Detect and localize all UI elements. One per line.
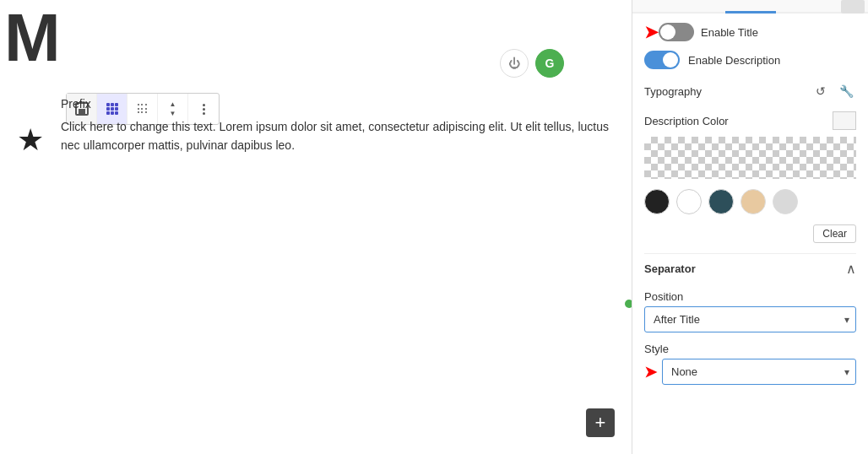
typography-actions: ↺ 🔧 <box>811 81 856 101</box>
swatch-white[interactable] <box>676 189 702 214</box>
edit-icon: 🔧 <box>839 84 854 98</box>
swatch-black[interactable] <box>644 189 670 214</box>
separator-section-header[interactable]: Separator ∧ <box>644 253 856 284</box>
position-label: Position <box>644 290 856 303</box>
style-select-wrapper: None Solid Dashed Dotted ▾ <box>662 359 856 385</box>
reset-icon: ↺ <box>816 84 826 98</box>
description-color-preview[interactable] <box>833 111 856 130</box>
red-arrow-title: ➤ <box>644 22 659 42</box>
style-field-with-arrow: ➤ None Solid Dashed Dotted ▾ <box>644 359 856 385</box>
power-button[interactable]: ⏻ <box>500 49 529 78</box>
teal-dot <box>625 300 632 308</box>
color-swatches <box>644 186 856 218</box>
separator-title: Separator <box>644 262 696 275</box>
color-picker-area[interactable] <box>644 137 856 179</box>
enable-description-toggle[interactable] <box>644 51 680 69</box>
description-color-row: Description Color <box>644 111 856 130</box>
description-color-label: Description Color <box>644 115 729 127</box>
g-icon: G <box>545 57 555 70</box>
floating-buttons: ⏻ G <box>500 49 564 78</box>
enable-title-label: Enable Title <box>701 26 758 39</box>
clear-button[interactable]: Clear <box>813 224 856 243</box>
position-select[interactable]: After Title Before Title After Descripti… <box>644 306 856 332</box>
add-button[interactable]: + <box>586 408 615 437</box>
red-arrow-style: ➤ <box>644 363 657 381</box>
tab-bar <box>632 0 868 14</box>
grammarly-button[interactable]: G <box>535 49 564 78</box>
checker-background <box>644 137 856 179</box>
enable-description-row: Enable Description <box>644 51 856 69</box>
typography-row: Typography ↺ 🔧 <box>644 78 856 105</box>
position-select-wrapper: After Title Before Title After Descripti… <box>644 306 856 332</box>
star-icon: ★ <box>17 122 44 158</box>
style-field-group: Style ➤ None Solid Dashed Dotted ▾ <box>644 343 856 385</box>
tab-extra-button[interactable] <box>841 0 865 14</box>
left-panel: M ▲ <box>0 0 632 454</box>
toggle-knob <box>660 24 675 40</box>
enable-title-row: ➤ Enable Title <box>644 22 856 42</box>
enable-description-label: Enable Description <box>688 54 780 67</box>
power-icon: ⏻ <box>508 57 520 70</box>
description-text[interactable]: Click here to change this text. Lorem ip… <box>61 117 615 155</box>
typography-reset-button[interactable]: ↺ <box>811 81 831 101</box>
swatch-dark-teal[interactable] <box>708 189 734 214</box>
right-panel: ➤ Enable Title Enable Description Typogr… <box>632 0 868 454</box>
panel-content: ➤ Enable Title Enable Description Typogr… <box>632 14 868 454</box>
position-field-group: Position After Title Before Title After … <box>644 290 856 332</box>
style-label: Style <box>644 343 856 355</box>
prefix-label: Prefix <box>61 97 615 111</box>
swatch-peach[interactable] <box>741 189 766 214</box>
enable-title-toggle[interactable] <box>659 23 694 41</box>
typography-label: Typography <box>644 85 702 98</box>
typography-edit-button[interactable]: 🔧 <box>836 81 856 101</box>
text-content: Prefix Click here to change this text. L… <box>61 97 615 155</box>
style-select[interactable]: None Solid Dashed Dotted <box>662 359 856 385</box>
content-area: ★ Prefix Click here to change this text.… <box>17 97 615 158</box>
collapse-icon: ∧ <box>846 261 856 277</box>
swatch-light-gray[interactable] <box>773 189 798 214</box>
clear-btn-row: Clear <box>644 224 856 243</box>
toggle-knob-desc <box>663 52 678 68</box>
